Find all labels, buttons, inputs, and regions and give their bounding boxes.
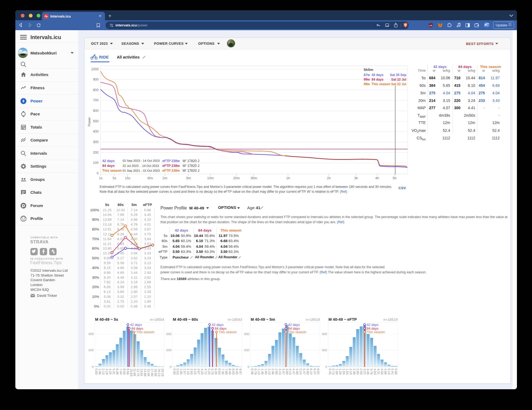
svg-text:13.81: 13.81 xyxy=(140,368,143,376)
svg-text:6.83: 6.83 xyxy=(218,368,221,374)
svg-text:84 days: 84 days xyxy=(367,327,379,330)
svg-text:6.30: 6.30 xyxy=(214,368,218,374)
svg-text:6.38: 6.38 xyxy=(116,368,119,374)
svg-text:11.69: 11.69 xyxy=(133,368,136,376)
svg-text:5.13: 5.13 xyxy=(387,368,391,374)
svg-text:M 40-49 ~ eFTP: M 40-49 ~ eFTP xyxy=(328,317,357,322)
svg-text:2.10: 2.10 xyxy=(187,368,190,374)
svg-text:0.79: 0.79 xyxy=(254,368,257,374)
svg-text:6.81: 6.81 xyxy=(317,368,320,374)
svg-text:3.67: 3.67 xyxy=(197,368,200,374)
svg-text:4.47: 4.47 xyxy=(292,368,295,374)
svg-text:6.47: 6.47 xyxy=(313,368,316,374)
svg-text:2.13: 2.13 xyxy=(268,368,271,374)
svg-text:0: 0 xyxy=(248,365,249,368)
svg-text:4.03: 4.03 xyxy=(373,368,377,374)
svg-text:7.44: 7.44 xyxy=(119,368,122,375)
svg-text:42 days: 42 days xyxy=(288,323,300,327)
svg-text:5.31: 5.31 xyxy=(112,368,116,374)
svg-text:10.63: 10.63 xyxy=(130,368,133,376)
svg-text:2.93: 2.93 xyxy=(360,368,363,374)
svg-text:0.46: 0.46 xyxy=(251,368,254,374)
svg-text:000: 000 xyxy=(89,332,94,336)
svg-text:6.14: 6.14 xyxy=(310,368,313,375)
svg-text:5.78: 5.78 xyxy=(211,368,214,374)
svg-text:14.88: 14.88 xyxy=(144,368,147,376)
svg-text:1.57: 1.57 xyxy=(183,368,186,374)
svg-text:1.28: 1.28 xyxy=(339,368,342,374)
svg-text:12.75: 12.75 xyxy=(136,368,140,376)
svg-text:4.20: 4.20 xyxy=(201,368,204,374)
svg-text:0.00: 0.00 xyxy=(95,368,98,374)
svg-text:8.93: 8.93 xyxy=(232,368,235,374)
svg-text:42 days: 42 days xyxy=(212,323,224,327)
svg-text:3.21: 3.21 xyxy=(363,368,366,374)
svg-text:n=18519: n=18519 xyxy=(306,318,320,322)
svg-text:2.13: 2.13 xyxy=(102,368,105,374)
svg-text:19.13: 19.13 xyxy=(158,368,161,376)
svg-text:42 days: 42 days xyxy=(130,323,142,327)
svg-text:M 40-49 ~ 5m: M 40-49 ~ 5m xyxy=(251,317,275,322)
svg-text:42 days: 42 days xyxy=(367,323,379,327)
svg-text:2.65: 2.65 xyxy=(356,368,359,374)
svg-text:0: 0 xyxy=(326,365,327,368)
svg-text:2.63: 2.63 xyxy=(190,368,193,374)
svg-text:3.19: 3.19 xyxy=(105,368,108,374)
svg-text:This season: This season xyxy=(288,330,306,334)
svg-text:M 40-49 ~ 60s: M 40-49 ~ 60s xyxy=(173,317,198,322)
svg-text:2.10: 2.10 xyxy=(349,368,352,374)
svg-text:1.80: 1.80 xyxy=(264,368,268,374)
svg-text:20.19: 20.19 xyxy=(161,368,164,376)
svg-text:000: 000 xyxy=(322,349,327,352)
svg-text:3.80: 3.80 xyxy=(285,368,289,374)
svg-text:5.68: 5.68 xyxy=(394,368,398,374)
svg-text:1.83: 1.83 xyxy=(346,368,349,374)
svg-text:n=18554: n=18554 xyxy=(150,318,164,322)
svg-text:9.56: 9.56 xyxy=(126,368,130,374)
svg-text:84 days: 84 days xyxy=(215,327,227,330)
svg-text:0: 0 xyxy=(170,365,172,368)
svg-text:18.06: 18.06 xyxy=(154,368,157,376)
svg-text:1.55: 1.55 xyxy=(342,368,345,374)
svg-text:n=18519: n=18519 xyxy=(383,318,398,322)
svg-text:n=18543: n=18543 xyxy=(228,318,242,322)
svg-text:7.88: 7.88 xyxy=(225,368,228,374)
svg-text:4.58: 4.58 xyxy=(380,368,384,374)
svg-text:7.35: 7.35 xyxy=(221,368,225,374)
svg-text:3.48: 3.48 xyxy=(366,368,370,374)
svg-text:4.86: 4.86 xyxy=(384,368,387,374)
svg-text:3.15: 3.15 xyxy=(194,368,197,374)
svg-text:000: 000 xyxy=(244,349,249,352)
svg-text:2.38: 2.38 xyxy=(353,368,356,374)
svg-text:1.05: 1.05 xyxy=(180,368,183,374)
svg-text:5.14: 5.14 xyxy=(299,368,302,375)
svg-text:This season: This season xyxy=(367,330,385,334)
svg-text:4.72: 4.72 xyxy=(204,368,207,374)
svg-text:17.00: 17.00 xyxy=(150,368,154,376)
svg-text:0.45: 0.45 xyxy=(328,368,332,374)
svg-text:000: 000 xyxy=(244,332,249,336)
svg-text:000: 000 xyxy=(166,332,172,336)
svg-text:4.80: 4.80 xyxy=(296,368,299,374)
svg-text:1.06: 1.06 xyxy=(98,368,102,374)
svg-text:M 40-49 ~ 5s: M 40-49 ~ 5s xyxy=(95,317,118,322)
svg-text:0: 0 xyxy=(92,365,94,368)
svg-text:000: 000 xyxy=(166,349,172,352)
svg-text:5.25: 5.25 xyxy=(208,368,211,374)
svg-text:4.31: 4.31 xyxy=(377,368,380,374)
svg-text:1.00: 1.00 xyxy=(335,368,338,374)
svg-text:This season: This season xyxy=(136,330,154,334)
svg-text:2.46: 2.46 xyxy=(271,368,275,374)
svg-text:5.47: 5.47 xyxy=(303,368,306,374)
svg-text:84 days: 84 days xyxy=(288,327,300,330)
svg-text:84 days: 84 days xyxy=(131,327,143,330)
svg-text:0.53: 0.53 xyxy=(176,368,179,374)
svg-text:4.25: 4.25 xyxy=(109,368,112,374)
svg-text:15.94: 15.94 xyxy=(147,368,150,376)
svg-text:3.13: 3.13 xyxy=(278,368,282,374)
svg-text:2.80: 2.80 xyxy=(275,368,278,374)
svg-text:This season: This season xyxy=(219,330,237,334)
svg-text:0.00: 0.00 xyxy=(173,368,176,374)
svg-text:0.73: 0.73 xyxy=(332,368,335,374)
svg-text:1.13: 1.13 xyxy=(257,368,261,374)
